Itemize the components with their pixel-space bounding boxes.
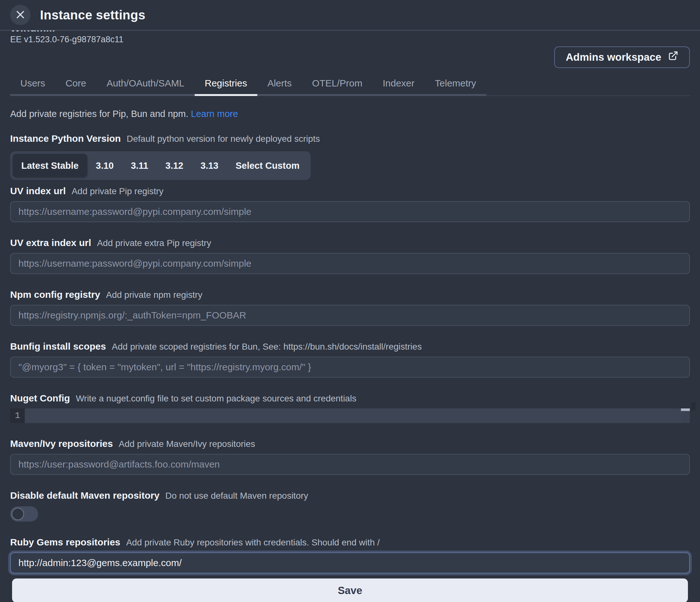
modal-header: Instance settings (0, 0, 700, 30)
editor-minimap[interactable] (681, 408, 690, 423)
close-button[interactable] (10, 5, 30, 25)
python-option-select-custom[interactable]: Select Custom (227, 154, 308, 177)
editor-scroll-decoration (691, 403, 696, 410)
editor-text-area[interactable] (25, 408, 681, 423)
uv-extra-index-description: Add private extra Pip registry (97, 238, 211, 248)
ruby-gems-label: Ruby Gems repositories (10, 537, 120, 547)
uv-extra-index-label: UV extra index url (10, 237, 91, 248)
tab-otel-prom[interactable]: OTEL/Prom (302, 72, 373, 96)
python-option-3-13[interactable]: 3.13 (192, 154, 227, 177)
tab-telemetry[interactable]: Telemetry (425, 72, 486, 96)
admins-workspace-label: Admins workspace (566, 51, 661, 63)
bunfig-label: Bunfig install scopes (10, 341, 106, 352)
page-title: Instance settings (40, 8, 146, 22)
admins-workspace-button[interactable]: Admins workspace (554, 46, 690, 68)
ruby-gems-input[interactable] (10, 552, 690, 573)
python-option-3-10[interactable]: 3.10 (88, 154, 122, 177)
bunfig-section: Bunfig install scopes Add private scoped… (10, 340, 690, 378)
save-row: Save (12, 578, 688, 602)
settings-content: Windmill EE v1.523.0-76-g98787a8c11 Admi… (0, 0, 700, 602)
python-option-3-12[interactable]: 3.12 (157, 154, 192, 177)
instance-settings-modal: Instance settings Windmill EE v1.523.0-7… (0, 0, 700, 602)
tab-alerts[interactable]: Alerts (257, 72, 302, 96)
python-version-heading: Instance Python Version Default python v… (10, 133, 690, 145)
tab-auth-oauth-saml[interactable]: Auth/OAuth/SAML (96, 72, 194, 96)
learn-more-link[interactable]: Learn more (191, 109, 238, 119)
ruby-gems-description: Add private Ruby repositories with crede… (126, 537, 379, 547)
python-version-selector: Latest Stable 3.10 3.11 3.12 3.13 Select… (10, 151, 310, 180)
uv-index-label: UV index url (10, 186, 66, 196)
tab-bar: Users Core Auth/OAuth/SAML Registries Al… (10, 72, 690, 96)
disable-maven-toggle[interactable] (10, 506, 38, 522)
uv-index-section: UV index url Add private Pip registry (10, 185, 690, 222)
uv-index-description: Add private Pip registry (72, 186, 163, 196)
uv-extra-index-section: UV extra index url Add private extra Pip… (10, 237, 690, 274)
python-version-label: Instance Python Version (10, 133, 121, 144)
nuget-section: Nuget Config Write a nuget.config file t… (10, 392, 690, 423)
nuget-description: Write a nuget.config file to set custom … (76, 393, 357, 403)
tab-indexer[interactable]: Indexer (373, 72, 425, 96)
uv-index-input[interactable] (10, 201, 690, 222)
bunfig-description: Add private scoped registries for Bun, S… (112, 342, 422, 352)
tab-list: Users Core Auth/OAuth/SAML Registries Al… (10, 72, 486, 95)
disable-maven-label: Disable default Maven repository (10, 490, 159, 501)
intro-text: Add private registries for Pip, Bun and … (10, 109, 188, 119)
save-button[interactable]: Save (12, 578, 688, 602)
nuget-label: Nuget Config (10, 393, 70, 403)
disable-maven-description: Do not use default Maven repository (165, 491, 308, 501)
maven-input[interactable] (10, 454, 690, 475)
tab-core[interactable]: Core (55, 72, 96, 96)
python-version-description: Default python version for newly deploye… (127, 134, 320, 144)
disable-maven-section: Disable default Maven repository Do not … (10, 489, 690, 522)
npm-config-section: Npm config registry Add private npm regi… (10, 289, 690, 326)
bunfig-input[interactable] (10, 357, 690, 378)
npm-config-label: Npm config registry (10, 289, 100, 300)
ruby-gems-section: Ruby Gems repositories Add private Ruby … (10, 536, 690, 573)
npm-config-input[interactable] (10, 305, 690, 326)
minimap-slider[interactable] (681, 408, 690, 411)
uv-extra-index-input[interactable] (10, 253, 690, 274)
toggle-knob (11, 508, 24, 520)
maven-section: Maven/Ivy repositories Add private Maven… (10, 438, 690, 475)
workspace-button-row: Admins workspace (10, 46, 690, 68)
registries-intro: Add private registries for Pip, Bun and … (10, 109, 690, 119)
tab-registries[interactable]: Registries (195, 72, 257, 96)
tab-users[interactable]: Users (10, 72, 55, 96)
nuget-code-editor[interactable]: 1 (10, 408, 690, 423)
version-text: EE v1.523.0-76-g98787a8c11 (10, 34, 690, 45)
maven-label: Maven/Ivy repositories (10, 438, 113, 449)
editor-line-number: 1 (10, 408, 25, 423)
npm-config-description: Add private npm registry (106, 290, 202, 300)
maven-description: Add private Maven/Ivy repositories (119, 439, 255, 449)
external-link-icon (668, 51, 678, 64)
python-option-3-11[interactable]: 3.11 (122, 154, 157, 177)
close-icon (15, 9, 26, 21)
python-option-latest-stable[interactable]: Latest Stable (13, 154, 88, 177)
